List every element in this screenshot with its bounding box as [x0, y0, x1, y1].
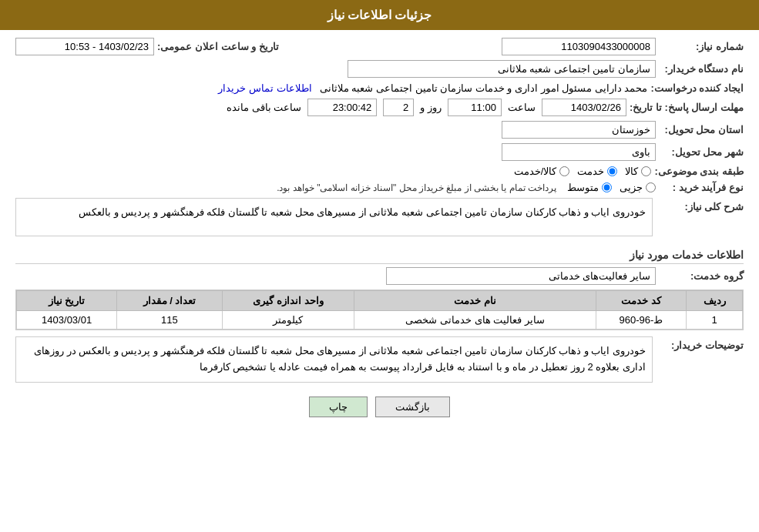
- content-area: شماره نیاز: 1103090433000008 تاریخ و ساع…: [0, 30, 759, 433]
- city-label: شهر محل تحویل:: [659, 146, 744, 158]
- need-description-section: شرح کلی نیاز: خودروی ایاب و ذهاب کارکنان…: [15, 198, 744, 243]
- row-province: استان محل تحویل: خوزستان: [15, 121, 744, 139]
- contact-link[interactable]: اطلاعات تماس خریدار: [218, 82, 311, 94]
- purchase-label-jozi: جزیی: [620, 182, 643, 193]
- col-header-name: نام خدمت: [354, 291, 596, 311]
- service-group-value: سایر فعالیت‌های خدماتی: [386, 267, 656, 285]
- buyer-desc-value: خودروی ایاب و ذهاب کارکنان سازمان تامین …: [15, 336, 653, 383]
- category-label-kalakhedmat: کالا/خدمت: [514, 166, 557, 177]
- table-row: 1ط-96-960سایر فعالیت های خدماتی شخصیکیلو…: [17, 311, 743, 330]
- purchase-note: پرداخت تمام یا بخشی از مبلغ خریداز محل "…: [277, 182, 556, 193]
- services-table-container: ردیف کد خدمت نام خدمت واحد اندازه گیری ت…: [15, 289, 744, 330]
- need-number-value: 1103090433000008: [502, 38, 656, 55]
- row-service-group: گروه خدمت: سایر فعالیت‌های خدماتی: [15, 267, 744, 285]
- row-need-number: شماره نیاز: 1103090433000008 تاریخ و ساع…: [15, 38, 744, 55]
- col-header-code: کد خدمت: [596, 291, 686, 311]
- need-description-label: شرح کلی نیاز:: [659, 198, 744, 212]
- row-city: شهر محل تحویل: باوی: [15, 143, 744, 161]
- purchase-radio-jozi[interactable]: [646, 182, 656, 192]
- print-button[interactable]: چاپ: [309, 396, 368, 417]
- col-header-date: تاریخ نیاز: [17, 291, 117, 311]
- cell-code: ط-96-960: [596, 311, 686, 330]
- purchase-option-jozi: جزیی: [620, 182, 656, 193]
- category-option-kalakhedmat: کالا/خدمت: [514, 166, 570, 177]
- send-deadline-days-label: روز و: [420, 102, 442, 113]
- buttons-row: بازگشت چاپ: [15, 396, 744, 425]
- page-container: جزئیات اطلاعات نیاز شماره نیاز: 11030904…: [0, 0, 759, 532]
- buyer-desc-label: توضیحات خریدار:: [659, 336, 744, 351]
- cell-name: سایر فعالیت های خدماتی شخصی: [354, 311, 596, 330]
- col-header-qty: تعداد / مقدار: [117, 291, 222, 311]
- purchase-type-label: نوع فرآیند خرید :: [659, 182, 744, 193]
- col-header-unit: واحد اندازه گیری: [222, 291, 354, 311]
- purchase-label-motavasset: متوسط: [567, 182, 599, 193]
- creator-value: محمد دارایی مسئول امور اداری و خدمات ساز…: [320, 82, 648, 94]
- announce-datetime-label: تاریخ و ساعت اعلان عمومی:: [157, 41, 279, 52]
- need-description-value: خودروی ایاب و ذهاب کارکنان سازمان تامین …: [15, 198, 653, 236]
- province-value: خوزستان: [502, 121, 656, 139]
- services-table: ردیف کد خدمت نام خدمت واحد اندازه گیری ت…: [16, 290, 743, 330]
- row-purchase-type: نوع فرآیند خرید : جزیی متوسط پرداخت تمام…: [15, 182, 744, 193]
- buyer-desc-section: توضیحات خریدار: خودروی ایاب و ذهاب کارکن…: [15, 336, 744, 389]
- category-option-khedmat: خدمت: [577, 166, 617, 177]
- category-label-khedmat: خدمت: [577, 166, 604, 177]
- purchase-radio-motavasset[interactable]: [602, 182, 612, 192]
- send-deadline-label: مهلت ارسال پاسخ: تا تاریخ:: [630, 102, 744, 113]
- purchase-option-motavasset: متوسط: [567, 182, 612, 193]
- send-deadline-time-label: ساعت: [508, 102, 536, 113]
- services-section-title: اطلاعات خدمات مورد نیاز: [15, 249, 744, 264]
- buyer-org-value: سازمان تامین اجتماعی شعبه ملاثانی: [348, 60, 656, 78]
- send-deadline-days: 2: [383, 99, 414, 116]
- cell-row: 1: [687, 311, 743, 330]
- send-deadline-date: 1403/02/26: [542, 99, 626, 116]
- cell-quantity: 115: [117, 311, 222, 330]
- category-label: طبقه بندی موضوعی:: [654, 166, 744, 177]
- category-label-kala: کالا: [625, 166, 638, 177]
- cell-date: 1403/03/01: [17, 311, 117, 330]
- announce-datetime-value: 1403/02/23 - 10:53: [15, 38, 154, 55]
- category-radio-kala[interactable]: [641, 166, 651, 176]
- province-label: استان محل تحویل:: [659, 124, 744, 136]
- city-value: باوی: [502, 143, 656, 161]
- creator-label: ایجاد کننده درخواست:: [650, 82, 744, 94]
- send-deadline-remaining: 23:00:42: [307, 99, 377, 116]
- need-number-label: شماره نیاز:: [659, 41, 744, 52]
- back-button[interactable]: بازگشت: [375, 396, 450, 417]
- buyer-org-label: نام دستگاه خریدار:: [659, 63, 744, 75]
- page-header: جزئیات اطلاعات نیاز: [0, 0, 759, 30]
- purchase-radio-group: جزیی متوسط: [567, 182, 656, 193]
- row-buyer-org: نام دستگاه خریدار: سازمان تامین اجتماعی …: [15, 60, 744, 78]
- row-creator: ایجاد کننده درخواست: محمد دارایی مسئول ا…: [15, 82, 744, 94]
- service-group-label: گروه خدمت:: [659, 270, 744, 282]
- col-header-row: ردیف: [687, 291, 743, 311]
- page-title: جزئیات اطلاعات نیاز: [327, 8, 432, 22]
- category-radio-kalakhedmat[interactable]: [559, 166, 569, 176]
- cell-unit: کیلومتر: [222, 311, 354, 330]
- category-radio-khedmat[interactable]: [607, 166, 617, 176]
- category-option-kala: کالا: [625, 166, 651, 177]
- row-send-deadline: مهلت ارسال پاسخ: تا تاریخ: 1403/02/26 سا…: [15, 99, 744, 116]
- category-radio-group: کالا خدمت کالا/خدمت: [514, 166, 652, 177]
- send-deadline-time: 11:00: [448, 99, 502, 116]
- row-category: طبقه بندی موضوعی: کالا خدمت کالا/خدمت: [15, 166, 744, 177]
- send-deadline-remaining-label: ساعت باقی مانده: [227, 102, 301, 113]
